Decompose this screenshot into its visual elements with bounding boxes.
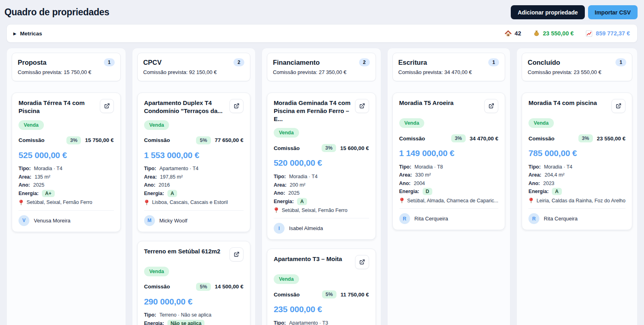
- detail-value: 2004: [414, 181, 425, 186]
- property-card[interactable]: Apartamento Duplex T4 Condomínio "Terraç…: [137, 93, 250, 232]
- open-property-button[interactable]: [100, 99, 114, 113]
- property-card[interactable]: Moradia Térrea T4 com Piscina Venda Comi…: [12, 93, 121, 232]
- energy-badge: A+: [42, 190, 55, 197]
- commission-label: Comissão: [144, 284, 170, 290]
- column-forecast: Comissão prevista: 27 350,00 €: [273, 69, 370, 75]
- commission-value: 77 650,00 €: [215, 137, 244, 143]
- kanban-column: Proposta 1 Comissão prevista: 15 750,00 …: [6, 48, 126, 325]
- card-details: Tipo:Moradia · T4Area:135 m²Ano:2025Ener…: [19, 165, 114, 197]
- detail-value: 2023: [543, 181, 555, 186]
- property-price: 235 000,00 €: [274, 304, 369, 314]
- kanban-column: Escritura 1 Comissão prevista: 34 470,00…: [387, 48, 511, 325]
- page-title: Quadro de propriedades: [4, 7, 109, 18]
- open-property-button[interactable]: [229, 99, 244, 113]
- commission-pct-badge: 3%: [451, 134, 466, 142]
- column-header: Concluído 1 Comissão prevista: 23 550,00…: [522, 53, 632, 81]
- commission-pct-badge: 5%: [196, 136, 211, 144]
- import-csv-button[interactable]: Importar CSV: [588, 5, 638, 19]
- kanban-column: CPCV 2 Comissão prevista: 92 150,00 € Ap…: [132, 48, 256, 325]
- detail-row: Area:135 m²: [19, 173, 114, 181]
- board: Proposta 1 Comissão prevista: 15 750,00 …: [0, 43, 644, 325]
- detail-label: Energia:: [144, 321, 164, 325]
- card-title: Terreno em Setúbal 612m2: [144, 247, 221, 255]
- commission-row: Comissão 3% 34 470,00 €: [399, 134, 499, 142]
- agent-row: V Venusa Moreira: [19, 215, 114, 226]
- agent-row: R Rita Cerqueira: [399, 213, 499, 224]
- commission-row: Comissão 5% 11 750,00 €: [274, 290, 369, 298]
- card-list: Moradia Geminada T4 com Piscina em Fernã…: [267, 93, 376, 325]
- avatar: R: [399, 213, 410, 224]
- property-card[interactable]: Moradia Geminada T4 com Piscina em Fernã…: [267, 93, 376, 240]
- location-text: Setúbal, Seixal, Fernão Ferro: [282, 208, 347, 213]
- column-header: Proposta 1 Comissão prevista: 15 750,00 …: [12, 53, 121, 81]
- property-price: 520 000,00 €: [274, 158, 369, 168]
- commission-label: Comissão: [528, 136, 555, 142]
- column-count-badge: 1: [615, 58, 626, 66]
- property-card[interactable]: Apartamento T3 – Moita Venda Comissão 5%…: [267, 249, 376, 325]
- detail-row: Ano:2004: [399, 179, 499, 187]
- energy-badge: A: [167, 190, 178, 197]
- detail-label: Tipo:: [19, 166, 31, 171]
- energy-badge: Não se aplica: [167, 320, 205, 325]
- card-details: Tipo:Moradia · T4Area:200 m²Ano:2025Ener…: [274, 173, 369, 205]
- metric-value: 859 772,37 €: [596, 30, 630, 37]
- detail-row: Tipo:Moradia · T8: [399, 163, 499, 171]
- status-badge: Venda: [274, 274, 299, 284]
- open-property-button[interactable]: [355, 99, 369, 113]
- detail-label: Ano:: [528, 181, 540, 186]
- external-link-icon: [233, 103, 239, 109]
- external-link-icon: [359, 259, 365, 265]
- property-card[interactable]: Terreno em Setúbal 612m2 Venda Comissão …: [137, 241, 250, 325]
- metrics-bar: ▶ Metricas 42 23 550,00 € 859 772,37 €: [6, 24, 638, 43]
- location-text: Leiria, Caldas da Rainha, Foz do Arelho: [537, 198, 625, 204]
- metrics-label: Metricas: [20, 31, 42, 37]
- property-card[interactable]: Moradia T4 com piscina Venda Comissão 3%…: [522, 93, 632, 230]
- agent-name: Rita Cerqueira: [415, 216, 448, 222]
- detail-row: Energia:A: [528, 188, 625, 196]
- metrics-toggle[interactable]: ▶ Metricas: [13, 31, 42, 37]
- detail-label: Tipo:: [144, 166, 156, 171]
- add-property-button[interactable]: Adicionar propriedade: [511, 5, 584, 19]
- energy-badge: A: [552, 188, 562, 195]
- card-title: Moradia Geminada T4 com Piscina em Fernã…: [274, 99, 352, 123]
- commission-value: 15 750,00 €: [85, 137, 114, 143]
- property-price: 1 553 000,00 €: [144, 150, 244, 160]
- card-title: Apartamento T3 – Moita: [274, 255, 342, 263]
- column-forecast: Comissão prevista: 15 750,00 €: [18, 69, 115, 75]
- column-count-badge: 1: [488, 58, 499, 66]
- location-text: Setúbal, Seixal, Fernão Ferro: [27, 200, 92, 205]
- column-count-badge: 2: [233, 58, 244, 66]
- energy-badge: D: [423, 188, 433, 195]
- card-title: Moradia T5 Aroeira: [399, 99, 454, 107]
- card-details: Tipo:Moradia · T4Area:204,4 m²Ano:2023En…: [528, 163, 625, 195]
- detail-label: Area:: [528, 172, 541, 178]
- external-link-icon: [104, 103, 110, 109]
- detail-label: Area:: [144, 174, 157, 180]
- column-forecast: Comissão prevista: 34 470,00 €: [398, 69, 500, 75]
- status-badge: Venda: [19, 120, 44, 130]
- open-property-button[interactable]: [484, 99, 498, 113]
- detail-label: Area:: [399, 172, 412, 178]
- column-header: Financiamento 2 Comissão prevista: 27 35…: [267, 53, 376, 81]
- detail-value: Apartamento · T3: [289, 320, 328, 325]
- card-title: Apartamento Duplex T4 Condomínio "Terraç…: [144, 99, 226, 115]
- open-property-button[interactable]: [611, 99, 625, 113]
- open-property-button[interactable]: [229, 247, 244, 261]
- detail-value: 2025: [33, 182, 44, 188]
- agent-row: M Micky Woolf: [144, 215, 244, 226]
- open-property-button[interactable]: [355, 255, 369, 269]
- column-forecast: Comissão prevista: 23 550,00 €: [528, 69, 626, 75]
- location-row: Setúbal, Almada, Charneca de Caparic...: [399, 197, 499, 209]
- metrics-summary: 42 23 550,00 € 859 772,37 €: [505, 30, 630, 37]
- commission-label: Comissão: [19, 137, 45, 143]
- detail-row: Tipo:Moradia · T4: [528, 163, 625, 171]
- commission-pct-badge: 5%: [322, 290, 336, 298]
- property-card[interactable]: Moradia T5 Aroeira Venda Comissão 3% 34 …: [392, 93, 506, 230]
- detail-row: Ano:2016: [144, 181, 244, 189]
- detail-row: Energia:Não se aplica: [144, 319, 244, 325]
- detail-value: 200 m²: [290, 182, 305, 188]
- column-title: Escritura: [398, 59, 427, 66]
- house-icon: [505, 30, 512, 37]
- commission-value: 34 470,00 €: [470, 136, 498, 142]
- agent-row: R Rita Cerqueira: [528, 213, 625, 224]
